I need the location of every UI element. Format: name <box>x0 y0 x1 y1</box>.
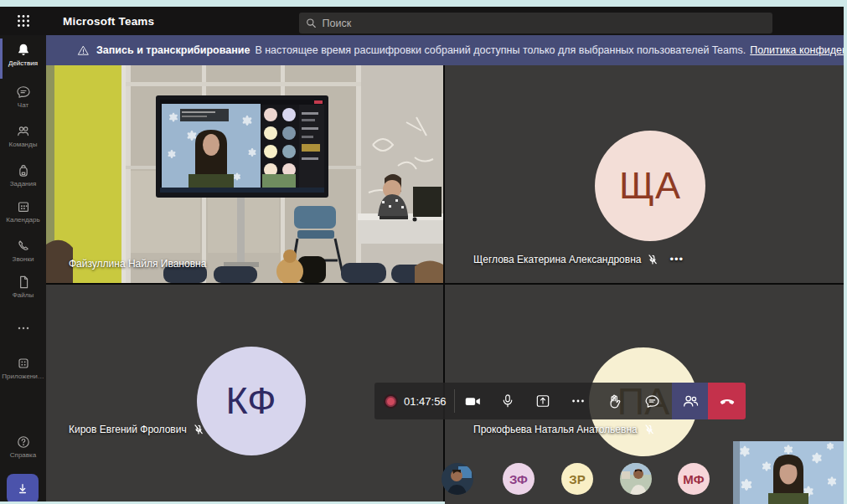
warning-icon <box>77 44 90 57</box>
participant-avatar-photo[interactable] <box>442 463 473 495</box>
share-icon <box>535 393 551 409</box>
participant-photo <box>620 463 652 495</box>
sidebar-item-calls[interactable]: Звонки <box>0 238 46 263</box>
participant-name-row: Киров Евгений Фролович <box>69 424 204 435</box>
mic-muted-icon <box>647 254 658 265</box>
more-icon <box>570 393 586 409</box>
app-title: Microsoft Teams <box>63 15 154 28</box>
help-icon <box>15 434 32 450</box>
hangup-icon <box>718 392 736 410</box>
participant-avatar-initials[interactable]: ЗР <box>561 463 593 495</box>
self-video <box>733 441 844 504</box>
camera-icon <box>464 393 482 410</box>
search-icon <box>306 18 317 28</box>
participant-name-row: Прокофьева Наталья Анатольевна <box>473 424 655 435</box>
calendar-icon <box>15 198 32 215</box>
search-input[interactable] <box>323 18 766 29</box>
window-edge-right <box>844 0 847 504</box>
mic-muted-icon <box>193 424 204 435</box>
sidebar-item-teams[interactable]: Команды <box>0 123 46 148</box>
mic-icon <box>499 393 516 409</box>
people-icon <box>681 392 700 410</box>
apps-icon <box>15 355 32 372</box>
hangup-button[interactable] <box>708 383 746 419</box>
sidebar-item-help[interactable]: Справка <box>0 434 46 459</box>
more-options-button[interactable] <box>560 383 596 419</box>
files-icon <box>15 274 32 291</box>
sidebar-item-calendar[interactable]: Календарь <box>0 198 46 224</box>
waffle-icon <box>17 14 30 28</box>
participant-name-row: Щеглова Екатерина Александровна ••• <box>473 253 684 265</box>
download-icon <box>15 481 30 496</box>
chat-icon <box>15 84 32 100</box>
avatar-initials: ЩА <box>595 131 705 241</box>
room-video-scene <box>46 65 443 283</box>
participant-menu-button[interactable]: ••• <box>669 253 684 265</box>
avatar-initials: КФ <box>197 347 306 455</box>
participant-name: Прокофьева Наталья Анатольевна <box>473 424 638 435</box>
share-button[interactable] <box>525 383 560 419</box>
sidebar-item-apps[interactable]: Приложени… <box>0 355 46 380</box>
participant-photo <box>442 463 473 495</box>
assignments-icon <box>15 162 32 179</box>
privacy-policy-link[interactable]: Политика конфиденциа <box>750 44 844 56</box>
calls-icon <box>15 238 32 255</box>
raise-hand-button[interactable] <box>596 383 633 419</box>
participant-name: Файзуллина Найля Ивановна <box>69 258 206 270</box>
recording-dot-icon <box>385 396 396 407</box>
teams-meeting-window: Microsoft Teams Запись и транскрибирован… <box>0 0 847 504</box>
participant-name: Киров Евгений Фролович <box>69 424 187 435</box>
participant-tile-fayzullina: Файзуллина Найля Ивановна <box>46 65 443 283</box>
window-edge-top <box>0 0 847 7</box>
download-app-button[interactable] <box>7 474 39 504</box>
call-toolbar: 01:47:56 <box>374 383 746 419</box>
mic-muted-icon <box>643 424 655 435</box>
call-timer: 01:47:56 <box>404 395 447 408</box>
banner-message: В настоящее время расшифровки собраний д… <box>255 44 746 56</box>
app-launcher-button[interactable] <box>0 7 46 35</box>
recording-banner: Запись и транскрибирование В настоящее в… <box>46 35 844 65</box>
chat-button[interactable] <box>633 383 672 419</box>
search-box[interactable] <box>299 13 772 33</box>
teams-icon <box>15 123 32 140</box>
participant-avatar-photo[interactable] <box>620 463 652 495</box>
bell-icon <box>15 42 32 59</box>
participants-button[interactable] <box>672 383 708 419</box>
participant-tile-shcheglova: ЩА Щеглова Екатерина Александровна ••• <box>445 65 844 283</box>
self-video-preview[interactable] <box>733 441 844 504</box>
raise-hand-icon <box>606 393 623 410</box>
recording-status: 01:47:56 <box>374 383 454 419</box>
participant-name: Щеглова Екатерина Александровна <box>473 254 641 265</box>
sidebar-item-assignments[interactable]: Задания <box>0 162 46 188</box>
sidebar-item-activity[interactable]: Действия <box>0 42 46 67</box>
sidebar-item-files[interactable]: Файлы <box>0 274 46 299</box>
mic-button[interactable] <box>490 383 525 419</box>
participant-avatar-initials[interactable]: МФ <box>678 463 710 495</box>
more-icon <box>15 322 32 334</box>
banner-title: Запись и транскрибирование <box>96 44 250 56</box>
camera-button[interactable] <box>455 383 490 419</box>
top-bar: Microsoft Teams <box>0 7 844 35</box>
participant-name-row: Файзуллина Найля Ивановна <box>69 258 206 270</box>
participant-avatar-initials[interactable]: ЗФ <box>503 463 535 495</box>
sidebar-item-more[interactable] <box>0 322 46 335</box>
chat-bubble-icon <box>643 393 661 410</box>
sidebar-item-chat[interactable]: Чат <box>0 84 46 109</box>
